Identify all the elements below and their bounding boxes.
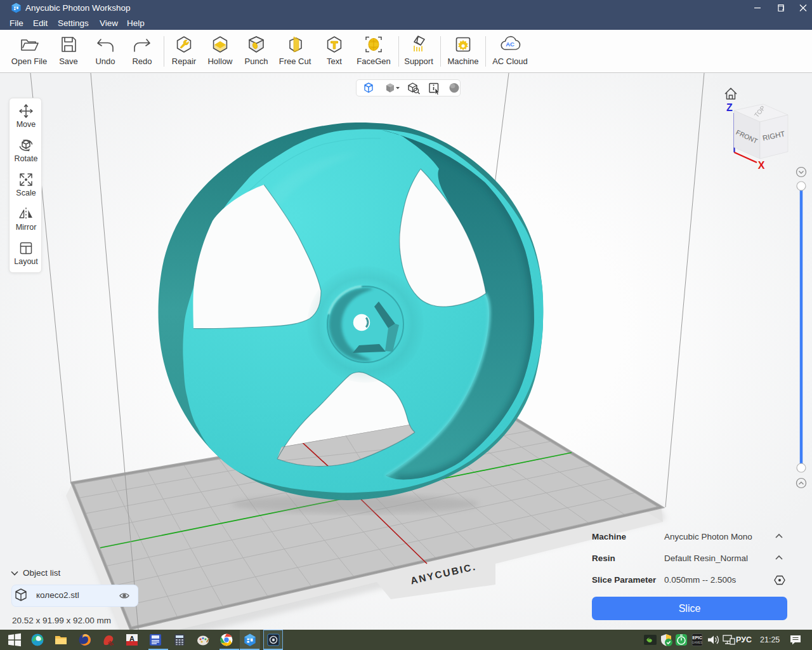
svg-text:A: A xyxy=(129,635,134,642)
svg-text:Z: Z xyxy=(726,102,733,113)
svg-text:AC: AC xyxy=(506,41,514,48)
svg-text:X: X xyxy=(758,160,765,171)
svg-text:EPIC: EPIC xyxy=(692,635,702,640)
svg-text:колесо2.stl: колесо2.stl xyxy=(36,590,79,600)
svg-text:GAMES: GAMES xyxy=(692,641,702,644)
